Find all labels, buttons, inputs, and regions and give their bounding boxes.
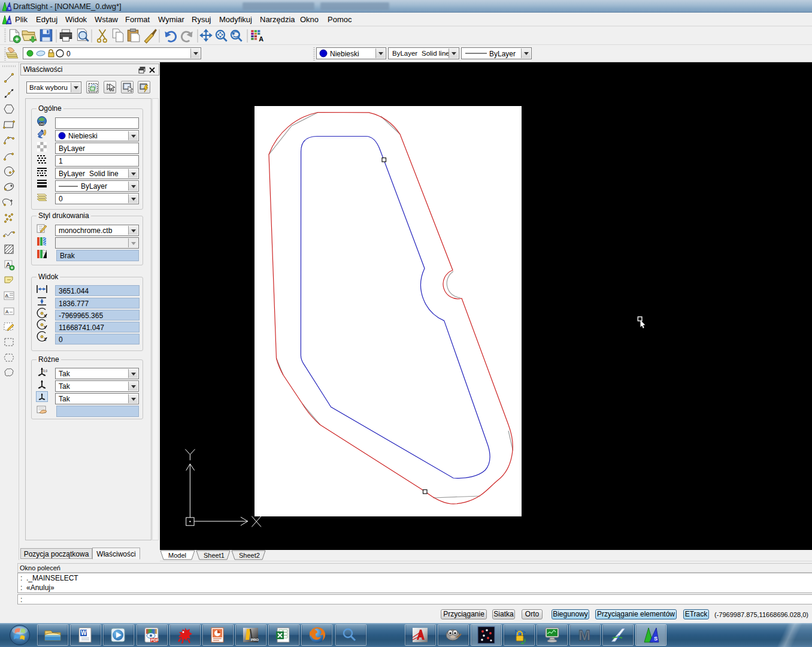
svg-text:S: S: [654, 636, 658, 642]
svg-text:M: M: [578, 627, 590, 643]
svg-text:PRO: PRO: [251, 638, 259, 642]
svg-text:S: S: [8, 7, 11, 10]
svg-text:W: W: [81, 630, 87, 636]
svg-text:A: A: [259, 35, 263, 43]
svg-text:Z: Z: [44, 337, 47, 341]
svg-text:z: z: [616, 633, 620, 640]
svg-text:S: S: [8, 20, 11, 23]
svg-text:PDF: PDF: [151, 638, 159, 642]
svg-text:X: X: [44, 314, 47, 318]
svg-text:0,0: 0,0: [43, 369, 47, 373]
svg-text:A: A: [5, 309, 9, 315]
svg-text:Sheet2: Sheet2: [239, 552, 260, 559]
svg-text:Model: Model: [168, 552, 186, 559]
svg-text:Sheet1: Sheet1: [204, 552, 225, 559]
svg-text:Y: Y: [44, 325, 47, 329]
